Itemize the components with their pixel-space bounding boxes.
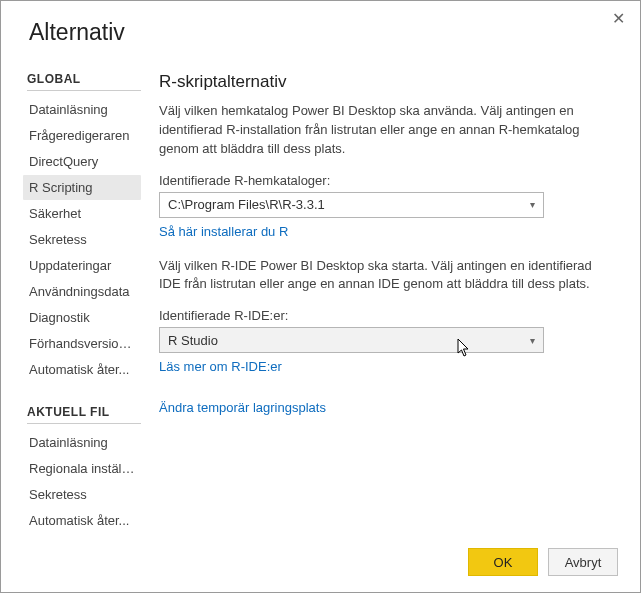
nav-forhandsversions[interactable]: Förhandsversions... [23, 331, 141, 356]
nav-directquery[interactable]: DirectQuery [23, 149, 141, 174]
home-dir-label: Identifierade R-hemkataloger: [159, 173, 612, 188]
dialog-title: Alternativ [1, 1, 640, 46]
dialog-body: GLOBAL Datainläsning Frågeredigeraren Di… [1, 46, 640, 527]
dialog-footer: OK Avbryt [468, 548, 618, 576]
cancel-button[interactable]: Avbryt [548, 548, 618, 576]
learn-ide-link[interactable]: Läs mer om R-IDE:er [159, 359, 282, 374]
nav-sakerhet[interactable]: Säkerhet [23, 201, 141, 226]
section-global-heading: GLOBAL [27, 72, 141, 91]
nav-automatisk-ater[interactable]: Automatisk åter... [23, 357, 141, 382]
nav-file-sekretess[interactable]: Sekretess [23, 482, 141, 507]
main-panel: R-skriptalternativ Välj vilken hemkatalo… [141, 72, 640, 527]
ide-label: Identifierade R-IDE:er: [159, 308, 612, 323]
home-dir-value: C:\Program Files\R\R-3.3.1 [168, 197, 325, 212]
nav-file-automatisk[interactable]: Automatisk åter... [23, 508, 141, 533]
close-button[interactable]: ✕ [608, 9, 628, 29]
ok-button[interactable]: OK [468, 548, 538, 576]
home-dir-dropdown[interactable]: C:\Program Files\R\R-3.3.1 ▾ [159, 192, 544, 218]
nav-sekretess[interactable]: Sekretess [23, 227, 141, 252]
nav-file-regionala[interactable]: Regionala inställ... [23, 456, 141, 481]
nav-uppdateringar[interactable]: Uppdateringar [23, 253, 141, 278]
home-description: Välj vilken hemkatalog Power BI Desktop … [159, 102, 612, 159]
nav-file-datainlasning[interactable]: Datainläsning [23, 430, 141, 455]
nav-anvandningsdata[interactable]: Användningsdata [23, 279, 141, 304]
nav-r-scripting[interactable]: R Scripting [23, 175, 141, 200]
chevron-down-icon: ▾ [530, 335, 535, 346]
options-dialog: ✕ Alternativ GLOBAL Datainläsning Fråger… [0, 0, 641, 593]
nav-frageredigeraren[interactable]: Frågeredigeraren [23, 123, 141, 148]
nav-diagnostik[interactable]: Diagnostik [23, 305, 141, 330]
panel-heading: R-skriptalternativ [159, 72, 612, 92]
ide-description: Välj vilken R-IDE Power BI Desktop ska s… [159, 257, 612, 295]
sidebar: GLOBAL Datainläsning Frågeredigeraren Di… [1, 72, 141, 527]
install-r-link[interactable]: Så här installerar du R [159, 224, 288, 239]
nav-datainlasning[interactable]: Datainläsning [23, 97, 141, 122]
ide-value: R Studio [168, 333, 218, 348]
ide-dropdown[interactable]: R Studio ▾ [159, 327, 544, 353]
chevron-down-icon: ▾ [530, 199, 535, 210]
change-temp-storage-link[interactable]: Ändra temporär lagringsplats [159, 400, 326, 415]
section-aktuell-heading: AKTUELL FIL [27, 405, 141, 424]
